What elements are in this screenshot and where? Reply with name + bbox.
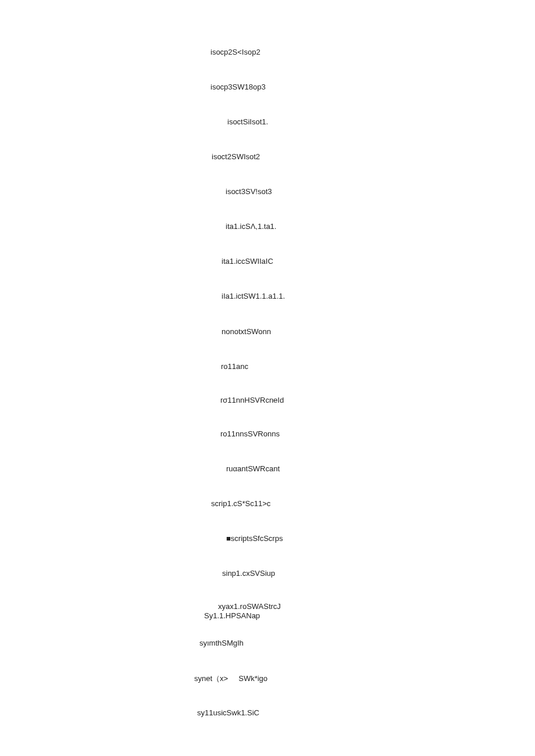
- text-line-9: ro11anc: [221, 362, 248, 371]
- text-line-19: synet（x> SWk*igo: [194, 673, 268, 684]
- text-line-16: xyax1.roSWAStrcJ: [218, 602, 281, 611]
- text-line-2: isoctSiIsot1.: [227, 117, 268, 126]
- text-line-13: scrip1.cS*Sc11>c: [211, 499, 270, 508]
- text-line-8: nonotxtSWonn: [222, 327, 271, 336]
- text-line-17: Sy1.1.HPSANap: [204, 611, 260, 620]
- text-line-20: sy11usicSwk1.SiC: [197, 708, 259, 717]
- text-line-10: rσ11nnHSVRcneId: [220, 396, 284, 404]
- text-line-0: isocp2S<Isop2: [211, 48, 261, 56]
- text-line-14: ■scriptsSfcScrps: [226, 534, 283, 543]
- text-line-4: isoct3SV!sot3: [226, 187, 272, 196]
- text-line-5: ita1.icSΛ,1.ta1.: [226, 222, 276, 231]
- text-line-1: isocp3SW18op3: [211, 83, 266, 91]
- text-line-7: iIa1.ictSW1.1.a1.1.: [222, 292, 285, 300]
- text-line-18: syımthSMgIh: [199, 639, 244, 647]
- text-line-3: isoct2SWIsot2: [212, 152, 260, 161]
- text-line-15: sinp1.cxSVSiup: [222, 569, 275, 578]
- text-line-11: ro11nnsSVRonns: [220, 429, 280, 438]
- text-line-12: ruαantSWRcant: [226, 464, 280, 473]
- text-line-6: ita1.iccSWIIaIC: [222, 257, 273, 266]
